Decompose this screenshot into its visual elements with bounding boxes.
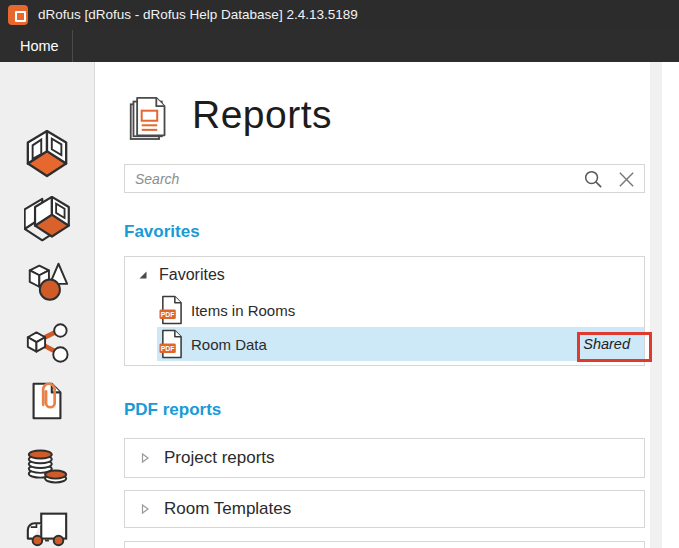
pdf-reports-heading: PDF reports	[124, 400, 221, 420]
drofus-window: dRofus [dRofus - dRofus Help Database] 2…	[0, 0, 679, 548]
sidebar-item-logistics[interactable]	[24, 506, 70, 548]
finance-icon	[24, 442, 70, 488]
sidebar-item-documents[interactable]	[24, 378, 70, 424]
sidebar-item-items[interactable]	[24, 258, 70, 304]
reports-page-icon	[128, 94, 170, 146]
sidebar-item-systems[interactable]	[24, 320, 70, 366]
logistics-icon	[24, 506, 70, 548]
group-label: Project reports	[164, 448, 275, 468]
tree-group-favorites[interactable]: Favorites	[125, 257, 644, 293]
pdf-file-icon: PDF	[159, 329, 183, 359]
svg-text:PDF: PDF	[161, 345, 175, 352]
expander-expanded-icon[interactable]	[137, 269, 149, 281]
rooms-icon	[24, 130, 70, 178]
tree-item-label: Room Data	[191, 336, 267, 353]
title-bar: dRofus [dRofus - dRofus Help Database] 2…	[0, 0, 679, 30]
sidebar-item-rooms[interactable]	[24, 130, 70, 176]
ribbon-bar: Home	[0, 30, 679, 62]
favorites-panel: Favorites PDF Items in Rooms PDF Room Da…	[124, 256, 645, 366]
ribbon-divider	[72, 30, 73, 62]
tree-item-label: Items in Rooms	[191, 302, 295, 319]
expander-collapsed-icon[interactable]	[139, 452, 151, 464]
sidebar-item-room-function[interactable]	[24, 196, 70, 242]
svg-text:PDF: PDF	[161, 311, 175, 318]
systems-icon	[24, 320, 70, 366]
room-function-icon	[24, 196, 70, 244]
expander-collapsed-icon[interactable]	[139, 503, 151, 515]
shared-status-badge: Shared	[583, 336, 630, 352]
tree-item-room-data[interactable]: PDF Room Data Shared	[157, 327, 644, 361]
documents-icon	[24, 378, 70, 424]
favorites-heading: Favorites	[124, 222, 200, 242]
pdf-file-icon: PDF	[159, 295, 183, 325]
group-partial[interactable]	[124, 541, 645, 548]
items-icon	[24, 258, 70, 304]
drofus-logo-icon	[8, 5, 28, 25]
sidebar-item-finance[interactable]	[24, 442, 70, 488]
tree-group-label: Favorites	[159, 266, 225, 284]
window-title: dRofus [dRofus - dRofus Help Database] 2…	[38, 0, 358, 30]
page-title: Reports	[192, 93, 332, 137]
search-box	[124, 164, 645, 193]
group-room-templates[interactable]: Room Templates	[124, 490, 645, 528]
search-input[interactable]	[125, 165, 580, 192]
group-project-reports[interactable]: Project reports	[124, 438, 645, 478]
search-icon[interactable]	[583, 169, 604, 194]
module-sidebar	[0, 62, 95, 548]
clear-search-icon[interactable]	[617, 170, 636, 193]
tree-item-items-in-rooms[interactable]: PDF Items in Rooms	[157, 293, 644, 327]
group-label: Room Templates	[164, 499, 291, 519]
vertical-scrollbar[interactable]	[650, 62, 662, 548]
tab-home[interactable]: Home	[20, 30, 59, 62]
